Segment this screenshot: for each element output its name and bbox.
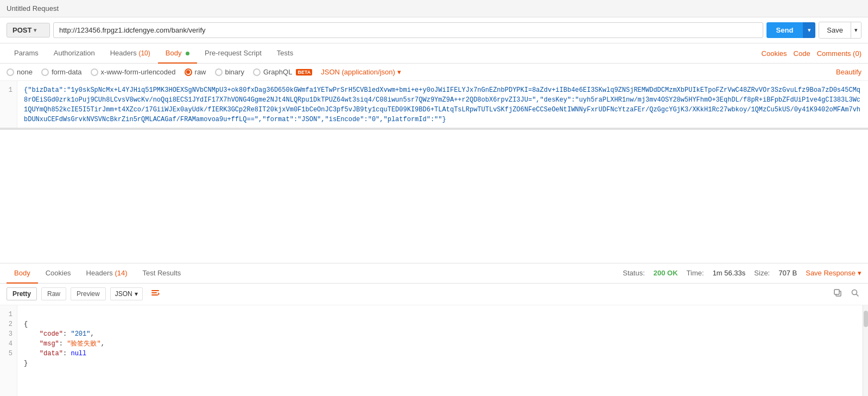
time-label: Time: <box>687 269 704 277</box>
svg-rect-2 <box>151 294 158 296</box>
req-line-num-1: 1 <box>0 85 17 95</box>
response-tabs-bar: Body Cookies Headers (14) Test Results S… <box>0 263 868 284</box>
right-tabs: Cookies Code Comments (0) <box>762 44 861 63</box>
resp-tab-headers[interactable]: Headers (14) <box>79 263 135 284</box>
save-dropdown-button[interactable]: ▾ <box>851 22 861 38</box>
response-meta: Status: 200 OK Time: 1m 56.33s Size: 707… <box>623 269 861 277</box>
preview-button[interactable]: Preview <box>71 287 106 300</box>
response-right-icons <box>831 287 861 300</box>
wrap-button[interactable] <box>147 287 163 301</box>
resp-scrollbar-thumb <box>864 311 868 327</box>
radio-raw-icon <box>185 68 192 76</box>
send-button[interactable]: Send <box>766 22 803 38</box>
radio-binary-icon <box>215 68 223 76</box>
copy-button[interactable] <box>831 287 844 300</box>
option-urlencoded[interactable]: x-www-form-urlencoded <box>91 68 176 76</box>
tab-authorization[interactable]: Authorization <box>46 43 103 64</box>
time-value: 1m 56.33s <box>713 269 746 277</box>
tab-body[interactable]: Body <box>158 43 197 64</box>
url-bar: POST ▾ Send ▾ Save ▾ <box>0 17 868 43</box>
resp-line-numbers: 1 2 3 4 5 <box>0 305 17 397</box>
req-line-numbers: 1 <box>0 81 17 128</box>
request-code-editor: 1 {"bizData":"1y0skSpNcMx+L4YJHiq51PMK3H… <box>0 81 868 130</box>
url-input[interactable] <box>53 22 763 38</box>
resp-headers-badge: (14) <box>115 269 127 277</box>
option-form-data[interactable]: form-data <box>41 68 82 76</box>
svg-rect-0 <box>151 290 159 291</box>
response-section: Body Cookies Headers (14) Test Results S… <box>0 263 868 397</box>
json-dropdown-icon: ▾ <box>397 68 401 76</box>
window-title: Untitled Request <box>7 4 59 12</box>
tab-cookies-right[interactable]: Cookies <box>762 44 787 63</box>
radio-graphql-icon <box>253 68 261 76</box>
svg-rect-4 <box>834 290 839 294</box>
resp-code-content[interactable]: { "code": "201", "msg": "验签失败", "data": … <box>17 305 863 397</box>
status-label: Status: <box>623 269 644 277</box>
response-tabs: Body Cookies Headers (14) Test Results <box>7 263 188 283</box>
resp-tab-cookies[interactable]: Cookies <box>38 263 79 284</box>
tab-tests[interactable]: Tests <box>269 43 301 64</box>
body-dot-icon <box>186 52 189 55</box>
radio-urlencoded-icon <box>91 68 98 76</box>
tab-headers[interactable]: Headers (10) <box>103 43 158 64</box>
option-none[interactable]: none <box>7 68 33 76</box>
save-button[interactable]: Save <box>819 22 851 38</box>
save-response-button[interactable]: Save Response ▾ <box>806 269 861 277</box>
json-type-dropdown[interactable]: JSON (application/json) ▾ <box>321 68 401 76</box>
headers-badge: (10) <box>138 49 150 57</box>
save-button-group: Save ▾ <box>819 22 861 39</box>
raw-button[interactable]: Raw <box>41 287 66 300</box>
response-code-area: 1 2 3 4 5 { "code": "201", "msg": "验签失败"… <box>0 305 868 397</box>
size-label: Size: <box>754 269 770 277</box>
radio-none-icon <box>7 68 14 76</box>
resp-tab-test-results[interactable]: Test Results <box>135 263 189 284</box>
option-binary[interactable]: binary <box>215 68 244 76</box>
format-chevron-icon: ▾ <box>135 290 138 298</box>
method-chevron-icon: ▾ <box>34 27 36 33</box>
request-tabs: Params Authorization Headers (10) Body P… <box>0 43 868 64</box>
format-select[interactable]: JSON ▾ <box>110 287 143 300</box>
option-graphql[interactable]: GraphQL BETA <box>253 68 312 76</box>
resp-tab-body[interactable]: Body <box>7 263 38 284</box>
pretty-button[interactable]: Pretty <box>7 287 37 300</box>
resp-scrollbar[interactable] <box>863 305 868 397</box>
send-dropdown-button[interactable]: ▾ <box>803 22 815 38</box>
search-button[interactable] <box>848 287 861 300</box>
beautify-button[interactable]: Beautify <box>836 68 861 76</box>
save-response-chevron-icon: ▾ <box>858 269 861 277</box>
radio-formdata-icon <box>41 68 49 76</box>
response-format-bar: Pretty Raw Preview JSON ▾ <box>0 284 868 305</box>
tab-comments-right[interactable]: Comments (0) <box>817 44 861 63</box>
wrap-icon <box>150 288 160 298</box>
status-value: 200 OK <box>654 269 678 277</box>
method-value: POST <box>12 26 31 34</box>
copy-icon <box>833 288 842 297</box>
editor-empty-area <box>0 130 868 263</box>
body-options-bar: none form-data x-www-form-urlencoded raw… <box>0 64 868 81</box>
option-raw[interactable]: raw <box>185 68 206 76</box>
svg-line-6 <box>857 294 859 297</box>
graphql-beta-badge: BETA <box>296 69 312 76</box>
size-value: 707 B <box>778 269 797 277</box>
method-select[interactable]: POST ▾ <box>7 23 50 37</box>
search-icon <box>851 288 859 297</box>
tab-params[interactable]: Params <box>7 43 46 64</box>
svg-rect-1 <box>151 292 157 293</box>
tab-prerequest[interactable]: Pre-request Script <box>197 43 269 64</box>
tab-code-right[interactable]: Code <box>794 44 810 63</box>
send-button-group: Send ▾ <box>766 22 816 38</box>
req-code-content[interactable]: {"bizData":"1y0skSpNcMx+L4YJHiq51PMK3HOE… <box>17 81 868 128</box>
